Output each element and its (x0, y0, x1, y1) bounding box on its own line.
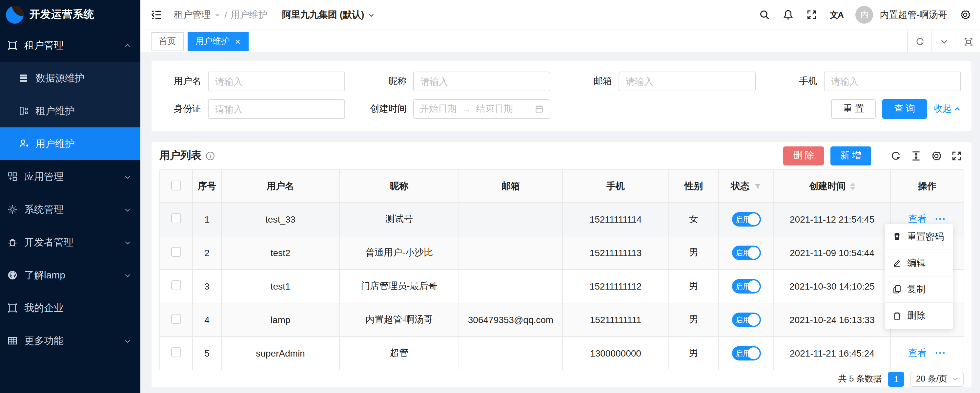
toggle-label: 启用 (732, 248, 750, 258)
table-row[interactable]: 4 lamp 内置超管-啊汤哥 306479353@qq.com 1521111… (160, 303, 964, 337)
filter-actions: 重 置 查 询 收起 (770, 99, 961, 119)
maximize-frame-icon[interactable] (956, 30, 980, 53)
table-row[interactable]: 1 test_33 测试号 15211111114 女 启用 2021-11-1… (160, 203, 964, 236)
sidebar-item-system-management[interactable]: 系统管理 (0, 193, 140, 226)
menu-item-edit[interactable]: 编辑 (885, 250, 953, 276)
chevron-down-icon (368, 11, 375, 18)
tab-home[interactable]: 首页 (151, 32, 184, 51)
cell-created: 2021-11-09 10:54:44 (774, 236, 891, 270)
fullscreen-icon[interactable] (806, 9, 817, 20)
breadcrumb-level1[interactable]: 租户管理 (174, 9, 210, 21)
filter-field-created-time: 创建时间 开始日期 → 结束日期 (360, 99, 550, 119)
row-checkbox[interactable] (171, 347, 181, 357)
refresh-icon[interactable] (907, 30, 931, 53)
toggle-label: 启用 (732, 281, 750, 291)
menu-fold-icon[interactable] (151, 9, 162, 20)
filter-field-username: 用户名 (154, 72, 345, 91)
sidebar-item-label: 更多功能 (24, 335, 64, 347)
breadcrumb-separator: / (224, 10, 227, 20)
sidebar-item-tenant-management[interactable]: 租户管理 (0, 29, 140, 62)
settings-gear-icon[interactable] (960, 9, 971, 20)
row-checkbox[interactable] (171, 213, 181, 223)
close-icon[interactable] (235, 38, 241, 44)
reset-password-icon (892, 232, 902, 242)
column-header-created: 创建时间 (774, 170, 891, 203)
more-actions-button[interactable]: ··· (935, 213, 946, 224)
search-icon[interactable] (759, 9, 770, 20)
logo-icon (6, 6, 24, 23)
select-all-checkbox[interactable] (171, 180, 181, 190)
page-number-button[interactable]: 1 (888, 371, 904, 387)
info-icon[interactable] (205, 151, 215, 161)
sidebar-item-datasource-maintenance[interactable]: 数据源维护 (0, 62, 140, 94)
status-toggle[interactable]: 启用 (732, 346, 760, 361)
sidebar-item-label: 了解lamp (24, 269, 65, 281)
refresh-icon[interactable] (889, 150, 903, 161)
page-size-select[interactable]: 20 条/页 (911, 371, 964, 387)
bell-icon[interactable] (783, 9, 794, 20)
cell-email (459, 270, 563, 303)
collapse-label: 收起 (934, 103, 952, 115)
tab-user-maintenance[interactable]: 用户维护 (188, 32, 248, 51)
column-header: 手机 (563, 170, 669, 203)
breadcrumb-level2: 用户维护 (231, 9, 267, 21)
filter-field-idcard: 身份证 (154, 99, 345, 119)
cell-created: 2021-11-21 16:45:24 (774, 337, 891, 370)
view-link[interactable]: 查看 (908, 347, 926, 358)
sidebar-item-tenant-maintenance[interactable]: 租户维护 (0, 94, 140, 128)
toggle-knob (748, 347, 759, 359)
row-checkbox[interactable] (171, 247, 181, 257)
sidebar-item-user-maintenance[interactable]: 用户维护 (0, 128, 140, 160)
menu-item-label: 编辑 (907, 257, 926, 269)
username-input[interactable] (208, 72, 345, 91)
date-range-picker[interactable]: 开始日期 → 结束日期 (413, 99, 550, 119)
status-toggle[interactable]: 启用 (732, 246, 760, 260)
trash-icon (892, 311, 902, 321)
phone-input[interactable] (824, 72, 961, 91)
status-toggle[interactable]: 启用 (732, 212, 760, 227)
sidebar-item-more-features[interactable]: 更多功能 (0, 324, 140, 357)
collapse-toggle[interactable]: 收起 (934, 103, 961, 115)
company-icon (7, 303, 18, 313)
cell-status: 启用 (719, 236, 774, 270)
chevron-down-icon[interactable] (931, 30, 956, 53)
status-toggle[interactable]: 启用 (732, 279, 760, 294)
add-button[interactable]: 新 增 (830, 146, 871, 165)
row-checkbox[interactable] (171, 280, 181, 290)
menu-item-copy[interactable]: 复制 (885, 276, 953, 303)
sidebar-item-developer-management[interactable]: 开发者管理 (0, 226, 140, 259)
search-button[interactable]: 查 询 (882, 99, 927, 119)
table-row[interactable]: 3 test1 门店管理员-最后哥 15211111112 男 启用 2021-… (160, 270, 964, 303)
menu-item-reset-password[interactable]: 重置密码 (885, 224, 953, 250)
reset-button[interactable]: 重 置 (831, 99, 876, 119)
email-input[interactable] (619, 72, 756, 91)
translate-icon[interactable]: 文A (830, 9, 843, 21)
avatar[interactable]: 内 (856, 6, 873, 24)
end-date-placeholder: 结束日期 (476, 103, 513, 115)
sidebar-item-app-management[interactable]: 应用管理 (0, 160, 140, 193)
view-link[interactable]: 查看 (908, 213, 926, 224)
more-actions-button[interactable]: ··· (935, 347, 946, 358)
cell-username: test1 (221, 270, 339, 303)
toggle-knob (748, 280, 759, 292)
table-grid-icon (7, 335, 18, 346)
idcard-input[interactable] (208, 99, 345, 119)
filter-funnel-icon[interactable] (753, 182, 761, 190)
tenant-selector[interactable]: 阿里九九集团 (默认) (282, 9, 375, 21)
sort-carets-icon[interactable] (850, 182, 855, 190)
current-user-name[interactable]: 内置超管-啊汤哥 (880, 9, 947, 21)
menu-item-label: 复制 (907, 283, 926, 295)
sidebar-item-my-company[interactable]: 我的企业 (0, 292, 140, 324)
column-settings-gear-icon[interactable] (929, 150, 943, 161)
delete-button[interactable]: 删 除 (783, 146, 824, 165)
nickname-input[interactable] (413, 72, 550, 91)
menu-item-delete[interactable]: 删除 (885, 303, 953, 329)
sidebar-item-learn-lamp[interactable]: 了解lamp (0, 259, 140, 292)
row-height-icon[interactable] (909, 150, 923, 161)
range-arrow: → (462, 104, 471, 114)
table-row[interactable]: 5 superAdmin 超管 1300000000 男 启用 2021-11-… (160, 337, 964, 370)
table-row[interactable]: 2 test2 普通用户-小沙比 15211111113 男 启用 2021-1… (160, 236, 964, 270)
status-toggle[interactable]: 启用 (732, 313, 760, 327)
expand-fullscreen-icon[interactable] (950, 150, 964, 161)
row-checkbox[interactable] (171, 314, 181, 324)
